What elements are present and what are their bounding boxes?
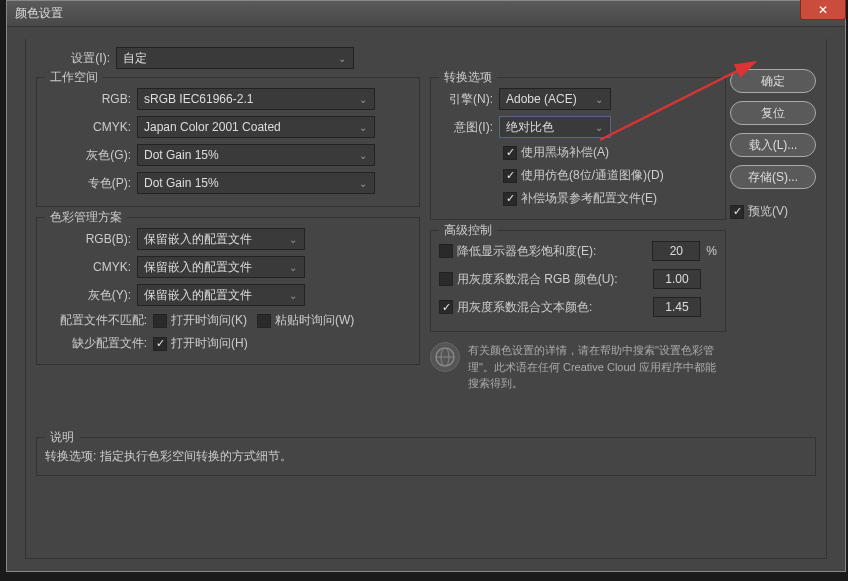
cb-blackpoint[interactable]: ✓ 使用黑场补偿(A) bbox=[503, 144, 609, 161]
titlebar: 颜色设置 bbox=[7, 1, 845, 27]
intent-select[interactable]: 绝对比色 ⌄ bbox=[499, 116, 611, 138]
rgb-label: RGB: bbox=[45, 92, 137, 106]
cb-desat-label: 降低显示器色彩饱和度(E): bbox=[457, 243, 596, 260]
close-button[interactable]: ✕ bbox=[800, 0, 846, 20]
cb-paste-mismatch[interactable]: 粘贴时询问(W) bbox=[257, 312, 354, 329]
info-text: 有关颜色设置的详情，请在帮助中搜索"设置色彩管理"。此术语在任何 Creativ… bbox=[468, 342, 726, 392]
checkbox-icon: ✓ bbox=[439, 300, 453, 314]
cb-compensate[interactable]: ✓ 补偿场景参考配置文件(E) bbox=[503, 190, 657, 207]
chevron-down-icon: ⌄ bbox=[358, 94, 368, 105]
chevron-down-icon: ⌄ bbox=[358, 178, 368, 189]
engine-value: Adobe (ACE) bbox=[506, 92, 594, 106]
chevron-down-icon: ⌄ bbox=[288, 262, 298, 273]
intent-label: 意图(I): bbox=[439, 119, 499, 136]
desat-input[interactable]: 20 bbox=[652, 241, 700, 261]
cb-preview[interactable]: ✓ 预览(V) bbox=[730, 203, 788, 220]
ok-button[interactable]: 确定 bbox=[730, 69, 816, 93]
workspace-legend: 工作空间 bbox=[45, 69, 103, 86]
reset-button[interactable]: 复位 bbox=[730, 101, 816, 125]
cmyk-select[interactable]: Japan Color 2001 Coated ⌄ bbox=[137, 116, 375, 138]
description-legend: 说明 bbox=[45, 429, 79, 446]
content-area: 设置(I): 自定 ⌄ 工作空间 RGB: sRGB IEC61966-2.1 … bbox=[7, 27, 845, 571]
checkbox-icon: ✓ bbox=[503, 146, 517, 160]
cb-dither-label: 使用仿色(8位/通道图像)(D) bbox=[521, 167, 664, 184]
gray-label: 灰色(G): bbox=[45, 147, 137, 164]
preview-label: 预览(V) bbox=[748, 203, 788, 220]
cb-open-missing[interactable]: ✓ 打开时询问(H) bbox=[153, 335, 248, 352]
checkbox-icon: ✓ bbox=[503, 169, 517, 183]
mismatch-label: 配置文件不匹配: bbox=[45, 312, 153, 329]
advanced-fieldset: 高级控制 降低显示器色彩饱和度(E): 20 % 用灰度系数混合 RGB 颜色(… bbox=[430, 230, 726, 332]
description-fieldset: 说明 转换选项: 指定执行色彩空间转换的方式细节。 bbox=[36, 437, 816, 476]
intent-value: 绝对比色 bbox=[506, 119, 594, 136]
cb-blend-rgb[interactable]: 用灰度系数混合 RGB 颜色(U): bbox=[439, 271, 643, 288]
chevron-down-icon: ⌄ bbox=[358, 150, 368, 161]
checkbox-icon bbox=[439, 244, 453, 258]
spot-select[interactable]: Dot Gain 15% ⌄ bbox=[137, 172, 375, 194]
settings-select[interactable]: 自定 ⌄ bbox=[116, 47, 354, 69]
policy-gray-select[interactable]: 保留嵌入的配置文件 ⌄ bbox=[137, 284, 305, 306]
policy-rgb-value: 保留嵌入的配置文件 bbox=[144, 231, 288, 248]
policy-gray-label: 灰色(Y): bbox=[45, 287, 137, 304]
cb-dither[interactable]: ✓ 使用仿色(8位/通道图像)(D) bbox=[503, 167, 664, 184]
engine-select[interactable]: Adobe (ACE) ⌄ bbox=[499, 88, 611, 110]
policy-legend: 色彩管理方案 bbox=[45, 209, 127, 226]
cmyk-label: CMYK: bbox=[45, 120, 137, 134]
policy-cmyk-label: CMYK: bbox=[45, 260, 137, 274]
checkbox-icon: ✓ bbox=[503, 192, 517, 206]
checkbox-icon: ✓ bbox=[153, 337, 167, 351]
cb-desat[interactable]: 降低显示器色彩饱和度(E): bbox=[439, 243, 642, 260]
gray-value: Dot Gain 15% bbox=[144, 148, 358, 162]
workspace-fieldset: 工作空间 RGB: sRGB IEC61966-2.1 ⌄ CMYK: Japa… bbox=[36, 77, 420, 207]
info-row: 有关颜色设置的详情，请在帮助中搜索"设置色彩管理"。此术语在任何 Creativ… bbox=[430, 342, 726, 392]
chevron-down-icon: ⌄ bbox=[594, 94, 604, 105]
checkbox-icon: ✓ bbox=[730, 205, 744, 219]
policy-cmyk-value: 保留嵌入的配置文件 bbox=[144, 259, 288, 276]
desat-unit: % bbox=[706, 244, 717, 258]
window-title: 颜色设置 bbox=[15, 5, 63, 22]
rgb-select[interactable]: sRGB IEC61966-2.1 ⌄ bbox=[137, 88, 375, 110]
cb-blend-rgb-label: 用灰度系数混合 RGB 颜色(U): bbox=[457, 271, 618, 288]
checkbox-icon bbox=[439, 272, 453, 286]
conversion-fieldset: 转换选项 引擎(N): Adobe (ACE) ⌄ 意图(I): 绝对比色 ⌄ bbox=[430, 77, 726, 220]
checkbox-icon bbox=[257, 314, 271, 328]
chevron-down-icon: ⌄ bbox=[337, 53, 347, 64]
gray-select[interactable]: Dot Gain 15% ⌄ bbox=[137, 144, 375, 166]
cmyk-value: Japan Color 2001 Coated bbox=[144, 120, 358, 134]
rgb-value: sRGB IEC61966-2.1 bbox=[144, 92, 358, 106]
chevron-down-icon: ⌄ bbox=[594, 122, 604, 133]
conversion-legend: 转换选项 bbox=[439, 69, 497, 86]
spot-value: Dot Gain 15% bbox=[144, 176, 358, 190]
cb-open-mismatch[interactable]: 打开时询问(K) bbox=[153, 312, 247, 329]
checkbox-icon bbox=[153, 314, 167, 328]
cb-compensate-label: 补偿场景参考配置文件(E) bbox=[521, 190, 657, 207]
policy-gray-value: 保留嵌入的配置文件 bbox=[144, 287, 288, 304]
chevron-down-icon: ⌄ bbox=[358, 122, 368, 133]
policy-cmyk-select[interactable]: 保留嵌入的配置文件 ⌄ bbox=[137, 256, 305, 278]
cb-blend-text[interactable]: ✓ 用灰度系数混合文本颜色: bbox=[439, 299, 643, 316]
close-icon: ✕ bbox=[818, 3, 828, 17]
policy-fieldset: 色彩管理方案 RGB(B): 保留嵌入的配置文件 ⌄ CMYK: 保留嵌入的配置… bbox=[36, 217, 420, 365]
chevron-down-icon: ⌄ bbox=[288, 290, 298, 301]
save-button[interactable]: 存储(S)... bbox=[730, 165, 816, 189]
cb-paste-label: 粘贴时询问(W) bbox=[275, 312, 354, 329]
cb-open-label: 打开时询问(K) bbox=[171, 312, 247, 329]
description-text: 转换选项: 指定执行色彩空间转换的方式细节。 bbox=[45, 448, 807, 465]
advanced-legend: 高级控制 bbox=[439, 222, 497, 239]
spot-label: 专色(P): bbox=[45, 175, 137, 192]
cb-blackpoint-label: 使用黑场补偿(A) bbox=[521, 144, 609, 161]
engine-label: 引擎(N): bbox=[439, 91, 499, 108]
blend-rgb-input[interactable]: 1.00 bbox=[653, 269, 701, 289]
cb-blend-text-label: 用灰度系数混合文本颜色: bbox=[457, 299, 592, 316]
chevron-down-icon: ⌄ bbox=[288, 234, 298, 245]
color-settings-window: 颜色设置 ✕ 设置(I): 自定 ⌄ 工作空间 RGB: bbox=[6, 0, 846, 572]
globe-icon bbox=[430, 342, 460, 372]
policy-rgb-label: RGB(B): bbox=[45, 232, 137, 246]
missing-label: 缺少配置文件: bbox=[45, 335, 153, 352]
settings-label: 设置(I): bbox=[36, 50, 116, 67]
settings-value: 自定 bbox=[123, 50, 337, 67]
blend-text-input[interactable]: 1.45 bbox=[653, 297, 701, 317]
cb-open2-label: 打开时询问(H) bbox=[171, 335, 248, 352]
policy-rgb-select[interactable]: 保留嵌入的配置文件 ⌄ bbox=[137, 228, 305, 250]
load-button[interactable]: 载入(L)... bbox=[730, 133, 816, 157]
